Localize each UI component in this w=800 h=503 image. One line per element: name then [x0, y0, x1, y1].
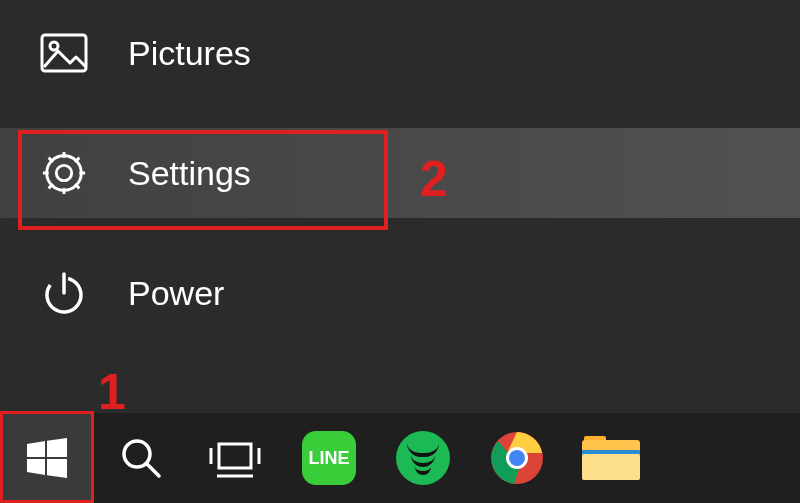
file-explorer-icon — [582, 436, 640, 480]
power-icon — [40, 269, 88, 317]
pictures-icon — [40, 29, 88, 77]
menu-item-pictures[interactable]: Pictures — [0, 8, 800, 98]
task-view-button[interactable] — [188, 413, 282, 503]
spotify-icon — [396, 431, 450, 485]
svg-point-3 — [47, 156, 82, 191]
search-button[interactable] — [94, 413, 188, 503]
taskbar: LINE — [0, 413, 800, 503]
menu-item-label: Pictures — [128, 34, 251, 73]
svg-point-2 — [56, 165, 71, 180]
taskbar-app-file-explorer[interactable] — [564, 413, 658, 503]
taskbar-app-spotify[interactable] — [376, 413, 470, 503]
gear-icon — [40, 149, 88, 197]
taskbar-app-chrome[interactable] — [470, 413, 564, 503]
start-button[interactable] — [0, 413, 94, 503]
menu-item-power[interactable]: Power — [0, 248, 800, 338]
svg-rect-8 — [219, 444, 251, 468]
menu-item-label: Settings — [128, 154, 251, 193]
menu-item-label: Power — [128, 274, 224, 313]
task-view-icon — [209, 436, 261, 480]
search-icon — [117, 434, 165, 482]
line-icon: LINE — [302, 431, 356, 485]
svg-point-1 — [50, 42, 58, 50]
start-menu: Pictures Settings Power — [0, 0, 800, 413]
windows-logo-icon — [23, 434, 71, 482]
svg-point-14 — [509, 450, 525, 466]
chrome-icon — [490, 431, 544, 485]
menu-item-settings[interactable]: Settings — [0, 128, 800, 218]
svg-line-7 — [147, 464, 159, 476]
svg-rect-0 — [42, 35, 86, 71]
taskbar-app-line[interactable]: LINE — [282, 413, 376, 503]
annotation-2: 2 — [420, 150, 448, 208]
